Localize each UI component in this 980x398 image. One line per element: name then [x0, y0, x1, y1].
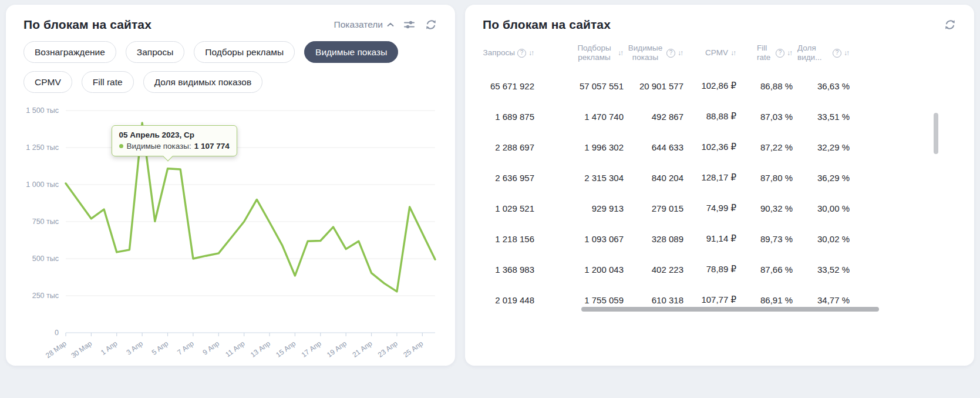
- column-header[interactable]: Доля види...?↓↑: [793, 44, 850, 62]
- table-cell: 74,99 ₽: [683, 203, 736, 213]
- table-cell: 34,77 %: [793, 295, 850, 305]
- metric-chip[interactable]: Fill rate: [82, 71, 134, 93]
- vertical-scrollbar[interactable]: [934, 113, 938, 154]
- sort-icon[interactable]: ↓↑: [730, 48, 736, 58]
- table-cell: 2 288 697: [483, 142, 534, 152]
- table-cell: 402 223: [624, 265, 683, 275]
- table-row: 1 689 8751 470 740492 86788,88 ₽87,03 %3…: [483, 101, 850, 132]
- table-cell: 1 093 067: [534, 234, 624, 244]
- sort-icon[interactable]: ↓↑: [787, 48, 793, 58]
- line-chart[interactable]: 0250 тыс500 тыс750 тыс1 000 тыс1 250 тыс…: [23, 96, 437, 362]
- horizontal-scrollbar[interactable]: [581, 307, 879, 312]
- card-title: По блокам на сайтах: [483, 18, 611, 32]
- left-card-header: По блокам на сайтах Показатели: [23, 18, 437, 32]
- column-header[interactable]: CPMV↓↑: [683, 48, 736, 58]
- table-cell: 20 901 577: [624, 81, 683, 91]
- table-row: 1 368 9831 200 043402 22378,89 ₽87,66 %3…: [483, 254, 850, 285]
- table-cell: 89,73 %: [736, 234, 793, 244]
- table-cell: 36,29 %: [793, 173, 850, 183]
- column-header[interactable]: Видимые показы?↓↑: [624, 44, 683, 62]
- metrics-dropdown-toggle[interactable]: Показатели: [334, 19, 394, 30]
- table-cell: 102,36 ₽: [683, 142, 736, 152]
- table-cell: 78,89 ₽: [683, 264, 736, 275]
- svg-text:21 Апр: 21 Апр: [351, 339, 373, 359]
- table-cell: 2 636 957: [483, 173, 534, 183]
- help-icon[interactable]: ?: [833, 49, 841, 58]
- left-card-controls: Показатели: [334, 18, 437, 31]
- table-cell: 90,32 %: [736, 203, 793, 213]
- table-cell: 644 633: [624, 142, 683, 152]
- svg-text:30 Мар: 30 Мар: [69, 339, 93, 360]
- svg-text:9 Апр: 9 Апр: [201, 339, 221, 357]
- column-header[interactable]: Fill rate?↓↑: [736, 44, 793, 62]
- table-cell: 492 867: [624, 112, 683, 122]
- table-cell: 88,88 ₽: [683, 111, 736, 122]
- table-cell: 87,66 %: [736, 265, 793, 275]
- table-cell: 86,91 %: [736, 295, 793, 305]
- svg-text:750 тыс: 750 тыс: [32, 218, 59, 226]
- sort-icon[interactable]: ↓↑: [618, 48, 624, 58]
- svg-text:23 Апр: 23 Апр: [376, 339, 399, 359]
- metric-chip[interactable]: Видимые показы: [304, 41, 398, 63]
- svg-text:11 Апр: 11 Апр: [224, 339, 246, 359]
- svg-text:7 Апр: 7 Апр: [176, 339, 196, 357]
- table-cell: 30,02 %: [793, 234, 850, 244]
- table-cell: 57 057 551: [534, 81, 624, 91]
- column-header[interactable]: Запросы?↓↑: [483, 48, 534, 58]
- table-cell: 1 029 521: [483, 203, 534, 213]
- sliders-icon[interactable]: [403, 18, 416, 31]
- svg-text:500 тыс: 500 тыс: [32, 255, 59, 263]
- help-icon[interactable]: ?: [666, 49, 675, 58]
- table-cell: 1 470 740: [534, 112, 624, 122]
- sort-icon[interactable]: ↓↑: [844, 48, 850, 58]
- table-row: 1 218 1561 093 067328 08991,14 ₽89,73 %3…: [483, 223, 850, 254]
- column-header[interactable]: Подборы рекламы↓↑: [534, 44, 624, 62]
- table-cell: 1 755 059: [534, 295, 624, 305]
- chart-area[interactable]: 0250 тыс500 тыс750 тыс1 000 тыс1 250 тыс…: [23, 96, 437, 364]
- table-row: 2 288 6971 996 302644 633102,36 ₽87,22 %…: [483, 132, 850, 162]
- metric-chip[interactable]: Подборы рекламы: [194, 41, 295, 63]
- help-icon[interactable]: ?: [776, 49, 784, 58]
- blocks-chart-card: По блокам на сайтах Показатели Вознаграж…: [6, 5, 455, 366]
- table-cell: 1 689 875: [483, 112, 534, 122]
- blocks-table-card: По блокам на сайтах Запросы?↓↑Подборы ре…: [465, 5, 974, 366]
- table-body: 65 671 92257 057 55120 901 577102,86 ₽86…: [483, 71, 957, 315]
- sort-icon[interactable]: ↓↑: [528, 48, 534, 58]
- column-label: Запросы: [483, 48, 515, 58]
- svg-text:25 Апр: 25 Апр: [402, 339, 425, 359]
- table-cell: 87,22 %: [736, 142, 793, 152]
- svg-text:19 Апр: 19 Апр: [325, 339, 348, 359]
- help-icon[interactable]: ?: [517, 49, 526, 58]
- table-cell: 102,86 ₽: [683, 81, 736, 91]
- table-cell: 328 089: [624, 234, 683, 244]
- column-label: Подборы рекламы: [573, 44, 615, 62]
- svg-text:1 250 тыс: 1 250 тыс: [26, 143, 59, 152]
- svg-text:250 тыс: 250 тыс: [32, 292, 59, 300]
- refresh-icon[interactable]: [425, 18, 437, 31]
- column-label: Fill rate: [757, 44, 773, 62]
- table-cell: 33,52 %: [793, 265, 850, 275]
- table-cell: 65 671 922: [483, 81, 534, 91]
- svg-text:17 Апр: 17 Апр: [300, 339, 323, 359]
- column-label: Доля види...: [797, 44, 830, 62]
- svg-text:1 Апр: 1 Апр: [99, 339, 119, 357]
- metric-chip[interactable]: Вознаграждение: [23, 41, 116, 63]
- table-cell: 33,51 %: [793, 112, 850, 122]
- sort-icon[interactable]: ↓↑: [678, 48, 683, 58]
- table-row: 2 636 9572 315 304840 204128,17 ₽87,80 %…: [483, 162, 850, 193]
- metric-chips: ВознаграждениеЗапросыПодборы рекламыВиди…: [23, 41, 437, 93]
- table-cell: 87,80 %: [736, 173, 793, 183]
- table-row: 1 029 521929 913279 01574,99 ₽90,32 %30,…: [483, 193, 850, 223]
- refresh-icon[interactable]: [944, 18, 957, 31]
- table-header: Запросы?↓↑Подборы рекламы↓↑Видимые показ…: [483, 40, 850, 66]
- metric-chip[interactable]: CPMV: [23, 71, 72, 93]
- table-cell: 1 200 043: [534, 265, 624, 275]
- table-cell: 86,88 %: [736, 81, 793, 91]
- table-cell: 840 204: [624, 173, 683, 183]
- metric-chip[interactable]: Доля видимых показов: [143, 71, 263, 93]
- table-cell: 1 218 156: [483, 234, 534, 244]
- metric-chip[interactable]: Запросы: [126, 41, 185, 63]
- table-cell: 2 019 448: [483, 295, 534, 305]
- column-label: Видимые показы: [627, 44, 664, 62]
- summary-row: 65 671 92257 057 55120 901 577102,86 ₽86…: [483, 71, 850, 101]
